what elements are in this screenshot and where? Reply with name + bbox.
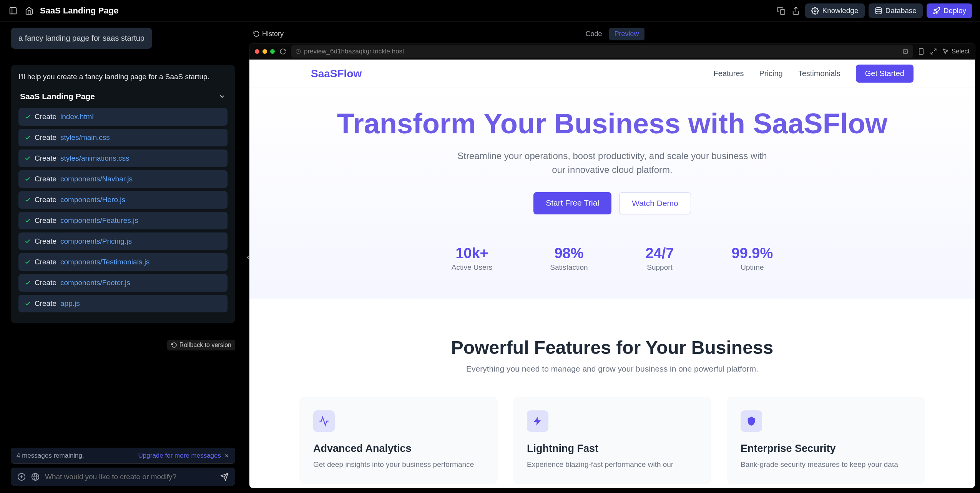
knowledge-button[interactable]: Knowledge	[805, 3, 864, 18]
tab-code[interactable]: Code	[580, 28, 607, 40]
lp-hero-buttons: Start Free Trial Watch Demo	[280, 192, 944, 214]
task-item[interactable]: Create components/Navbar.js	[18, 170, 228, 188]
lp-hero-title-brand: SaaSFlow	[753, 108, 888, 139]
lp-feature-title: Enterprise Security	[741, 443, 911, 455]
device-icon[interactable]	[918, 48, 925, 55]
check-icon	[25, 280, 31, 286]
lp-feature-title: Lightning Fast	[527, 443, 698, 455]
lp-features-title: Powerful Features for Your Business	[272, 337, 952, 358]
svg-point-5	[875, 7, 881, 9]
task-group-title: SaaS Landing Page	[20, 92, 95, 101]
upgrade-link[interactable]: Upgrade for more messages	[138, 452, 221, 460]
task-file: styles/main.css	[60, 133, 110, 142]
task-item[interactable]: Create components/Hero.js	[18, 191, 228, 209]
attach-icon[interactable]	[17, 473, 26, 481]
lp-stat-value: 99.9%	[732, 245, 773, 262]
select-button[interactable]: Select	[942, 48, 970, 55]
task-item[interactable]: Create app.js	[18, 295, 228, 312]
chat-input[interactable]	[45, 473, 215, 481]
collapse-sidebar-icon[interactable]	[244, 249, 251, 266]
check-icon	[25, 197, 31, 203]
lp-feature-card: Lightning FastExperience blazing-fast pe…	[513, 397, 711, 484]
history-button[interactable]: History	[253, 30, 284, 38]
database-label: Database	[885, 7, 917, 15]
svg-rect-0	[10, 7, 17, 14]
browser-frame: preview_6d1hbazaqkgr.trickle.host Select	[249, 43, 975, 488]
lp-logo[interactable]: SaaSFlow	[311, 68, 362, 80]
svg-rect-2	[781, 10, 785, 14]
sidebar-toggle-icon[interactable]	[8, 5, 18, 16]
task-group-header[interactable]: SaaS Landing Page	[18, 89, 228, 108]
check-icon	[25, 238, 31, 244]
lp-start-trial-button[interactable]: Start Free Trial	[533, 192, 611, 214]
browser-right: Select	[918, 48, 970, 55]
lp-features-subtitle: Everything you need to manage and grow y…	[272, 364, 952, 373]
task-item[interactable]: Create components/Footer.js	[18, 274, 228, 292]
lp-stat-label: Active Users	[452, 263, 493, 272]
task-file: components/Footer.js	[60, 279, 130, 287]
preview-toolbar: History Code Preview	[249, 25, 975, 43]
task-action: Create	[35, 154, 56, 163]
lp-stat: 24/7Support	[646, 245, 674, 272]
lp-nav-cta[interactable]: Get Started	[856, 65, 914, 83]
check-icon	[25, 176, 31, 182]
lp-hero-title-prefix: Transform Your Business with	[337, 108, 753, 139]
lp-watch-demo-button[interactable]: Watch Demo	[619, 192, 691, 214]
task-action: Create	[35, 237, 56, 246]
check-icon	[25, 217, 31, 224]
check-icon	[25, 114, 31, 120]
check-icon	[25, 259, 31, 265]
globe-icon[interactable]	[31, 473, 40, 481]
lp-stat-label: Support	[646, 263, 674, 272]
url-text: preview_6d1hbazaqkgr.trickle.host	[304, 48, 404, 55]
task-item[interactable]: Create components/Pricing.js	[18, 232, 228, 250]
expand-icon[interactable]	[930, 48, 937, 55]
task-action: Create	[35, 279, 56, 287]
history-label: History	[262, 30, 284, 38]
lp-stat: 99.9%Uptime	[732, 245, 773, 272]
task-item[interactable]: Create index.html	[18, 108, 228, 126]
close-icon[interactable]	[224, 453, 229, 458]
browser-bar: preview_6d1hbazaqkgr.trickle.host Select	[249, 43, 975, 60]
home-icon[interactable]	[24, 5, 35, 16]
lp-nav-features[interactable]: Features	[714, 69, 744, 78]
view-tabs: Code Preview	[580, 28, 644, 40]
send-icon[interactable]	[220, 473, 229, 481]
lp-feature-desc: Bank-grade security measures to keep you…	[741, 459, 911, 470]
lp-feature-title: Advanced Analytics	[313, 443, 484, 455]
traffic-red-icon[interactable]	[255, 49, 259, 54]
main-layout: a fancy landing page for saas startup I'…	[0, 22, 980, 493]
deploy-button[interactable]: Deploy	[927, 3, 972, 18]
task-item[interactable]: Create components/Features.js	[18, 212, 228, 229]
task-item[interactable]: Create components/Testimonials.js	[18, 253, 228, 271]
task-file: components/Features.js	[60, 216, 138, 225]
topbar: SaaS Landing Page Knowledge Database Dep…	[0, 0, 980, 22]
chat-input-bar	[11, 468, 235, 486]
task-item[interactable]: Create styles/animations.css	[18, 149, 228, 167]
url-bar[interactable]: preview_6d1hbazaqkgr.trickle.host	[291, 45, 913, 58]
rollback-button[interactable]: Rollback to version	[167, 340, 235, 350]
lp-nav-testimonials[interactable]: Testimonials	[798, 69, 840, 78]
browser-content[interactable]: SaaSFlow Features Pricing Testimonials G…	[249, 60, 975, 488]
tab-preview[interactable]: Preview	[609, 28, 644, 40]
task-action: Create	[35, 196, 56, 204]
sidebar-footer: 4 messages remaining. Upgrade for more m…	[11, 448, 235, 486]
lp-stats: 10k+Active Users98%Satisfaction24/7Suppo…	[280, 245, 944, 272]
traffic-yellow-icon[interactable]	[262, 49, 267, 54]
copy-icon[interactable]	[776, 5, 787, 16]
knowledge-label: Knowledge	[822, 7, 858, 15]
traffic-lights	[255, 49, 275, 54]
check-icon	[25, 134, 31, 141]
reload-icon[interactable]	[279, 48, 286, 55]
share-icon[interactable]	[791, 5, 801, 16]
assistant-message: I'll help you create a fancy landing pag…	[11, 65, 235, 323]
lp-features-grid: Advanced AnalyticsGet deep insights into…	[272, 397, 952, 484]
user-message: a fancy landing page for saas startup	[11, 28, 152, 49]
copy-url-icon[interactable]	[902, 48, 909, 55]
task-file: styles/animations.css	[60, 154, 130, 163]
page-title: SaaS Landing Page	[40, 6, 118, 16]
lp-nav-pricing[interactable]: Pricing	[759, 69, 783, 78]
task-item[interactable]: Create styles/main.css	[18, 129, 228, 146]
traffic-green-icon[interactable]	[270, 49, 275, 54]
database-button[interactable]: Database	[869, 3, 923, 18]
